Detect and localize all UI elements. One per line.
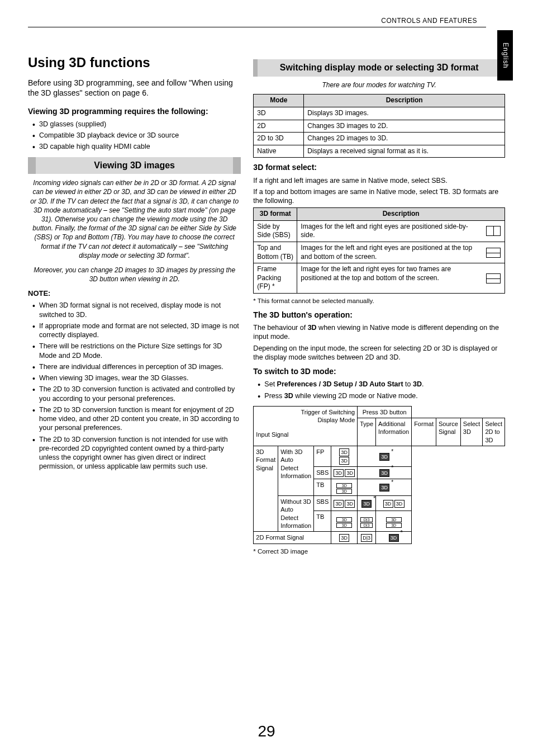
switch-list: Set Preferences / 3D Setup / 3D Auto Sta… bbox=[253, 380, 505, 400]
icon-cell: 3D3D bbox=[331, 446, 358, 467]
threeD-icon: 3D bbox=[389, 534, 399, 542]
list-item: Compatible 3D playback device or 3D sour… bbox=[35, 131, 241, 140]
icon-cell: D|3D|3 bbox=[358, 511, 376, 532]
table-row: 3DDisplays 3D images. bbox=[254, 107, 505, 120]
icon-cell: 3D3D bbox=[376, 511, 412, 532]
threeD-icon: 3D bbox=[345, 500, 355, 508]
icon-cell: 3D* bbox=[358, 496, 376, 511]
icon-cell: D|3 bbox=[358, 532, 376, 544]
modes-table: Mode Description 3DDisplays 3D images. 2… bbox=[253, 94, 505, 158]
threeD-icon: 3D bbox=[336, 517, 352, 522]
table-header: 3D format bbox=[254, 208, 297, 221]
italic-paragraph: Moreover, you can change 2D images to 3D… bbox=[30, 266, 239, 284]
list-item: The 2D to 3D conversion function is not … bbox=[35, 435, 241, 471]
cell: Additional Information bbox=[376, 418, 412, 446]
list-item: The 2D to 3D conversion function is mean… bbox=[35, 405, 241, 433]
threeD-icon: 3D bbox=[361, 500, 372, 508]
press-3d-header: Press 3D button bbox=[358, 406, 412, 418]
switching-table: Trigger of SwitchingDisplay Mode Input S… bbox=[253, 406, 505, 544]
table-header: Mode bbox=[254, 94, 304, 107]
icon-cell: 3D3D bbox=[331, 511, 358, 532]
cell: With 3D Auto Detect Information bbox=[278, 446, 314, 496]
threeD-icon: 3D bbox=[339, 448, 349, 456]
list-item: When viewing 3D images, wear the 3D Glas… bbox=[35, 374, 241, 382]
cell: FP bbox=[314, 446, 331, 467]
list-item: Set Preferences / 3D Setup / 3D Auto Sta… bbox=[260, 380, 505, 389]
table-header: Description bbox=[304, 94, 505, 107]
requirements-heading: Viewing 3D programming requires the foll… bbox=[28, 106, 241, 116]
threeD-icon: 3D bbox=[336, 483, 352, 488]
section-heading-viewing: Viewing 3D images bbox=[28, 157, 241, 174]
cell: TB bbox=[314, 511, 331, 532]
icon-cell: 3D* bbox=[358, 479, 412, 496]
table-row: 2D to 3DChanges 2D images to 3D. bbox=[254, 133, 505, 145]
cell: Source Signal bbox=[436, 418, 460, 446]
icon-cell: 3D3D bbox=[331, 496, 358, 511]
icon-cell: 3D* bbox=[376, 532, 412, 544]
cell: Top and Bottom (TB) bbox=[254, 242, 297, 263]
notes-list: When 3D format signal is not received, d… bbox=[28, 301, 241, 471]
cell: Image for the left and right eyes for tw… bbox=[297, 263, 483, 294]
cell: 2D bbox=[254, 120, 304, 133]
threeD-icon: 3D bbox=[339, 457, 349, 465]
icon-cell: 3D* bbox=[358, 467, 412, 479]
list-item: Press 3D while viewing 2D mode or Native… bbox=[260, 391, 505, 400]
tb-icon bbox=[486, 248, 501, 258]
format-select-heading: 3D format select: bbox=[253, 162, 505, 172]
cell: Frame Packing (FP) * bbox=[254, 263, 297, 294]
threeD-icon: 3D bbox=[379, 453, 389, 461]
icon-cell: 3D3D bbox=[331, 467, 358, 479]
table-row: Top and Bottom (TB) Images for the left … bbox=[254, 242, 505, 263]
d3-icon: D|3 bbox=[360, 517, 373, 522]
cell: 3D bbox=[254, 107, 304, 120]
cell: Without 3D Auto Detect Information bbox=[278, 496, 314, 532]
threeD-icon: 3D bbox=[379, 469, 389, 477]
threeD-icon: 3D bbox=[336, 523, 352, 528]
format-footnote: * This format cannot be selected manuall… bbox=[253, 297, 505, 305]
cell: Format bbox=[412, 418, 436, 446]
cell: Changes 3D images to 2D. bbox=[304, 120, 505, 133]
threeD-icon: 3D bbox=[386, 517, 402, 522]
format-icon-cell bbox=[483, 242, 505, 263]
page-title: Using 3D functions bbox=[28, 54, 241, 71]
format-icon-cell bbox=[483, 263, 505, 294]
d3-icon: D|3 bbox=[361, 534, 372, 542]
list-item: The 2D to 3D conversion function is acti… bbox=[35, 385, 241, 403]
threeD-icon: 3D bbox=[336, 489, 352, 494]
list-item: When 3D format signal is not received, d… bbox=[35, 301, 241, 319]
format-paragraph: If a right and left images are same in N… bbox=[253, 176, 505, 185]
format-table: 3D format Description Side by Side (SBS)… bbox=[253, 207, 505, 294]
threeD-icon: 3D bbox=[394, 500, 404, 508]
paragraph: The behaviour of 3D when viewing in Nati… bbox=[253, 323, 505, 342]
icon-cell: 3D3D bbox=[376, 496, 412, 511]
cell: SBS bbox=[314, 496, 331, 511]
input-signal-label: Input Signal bbox=[256, 431, 355, 438]
switch-heading: To switch to 3D mode: bbox=[253, 366, 505, 376]
threeD-icon: 3D bbox=[383, 500, 393, 508]
correct-footnote: * Correct 3D image bbox=[253, 547, 505, 556]
format-paragraph: If a top and bottom images are same in N… bbox=[253, 187, 505, 206]
cell: Displays a received signal format as it … bbox=[304, 145, 505, 158]
trigger-head: Trigger of SwitchingDisplay Mode bbox=[256, 408, 355, 424]
table-row: Frame Packing (FP) * Image for the left … bbox=[254, 263, 505, 294]
cell: Changes 2D images to 3D. bbox=[304, 133, 505, 145]
list-item: 3D glasses (supplied) bbox=[35, 120, 241, 129]
threeD-icon: 3D bbox=[386, 523, 402, 528]
page-number: 29 bbox=[258, 721, 275, 741]
threeD-icon: 3D bbox=[334, 500, 344, 508]
cell: Side by Side (SBS) bbox=[254, 220, 297, 242]
table-row: 2DChanges 3D images to 2D. bbox=[254, 120, 505, 133]
table-row: Side by Side (SBS) Images for the left a… bbox=[254, 220, 505, 242]
icon-cell: 3D bbox=[331, 532, 358, 544]
cell: Native bbox=[254, 145, 304, 158]
cell: Select 2D to 3D bbox=[483, 418, 505, 446]
icon-cell: 3D* bbox=[358, 446, 412, 467]
threeD-icon: 3D bbox=[339, 534, 349, 542]
requirements-list: 3D glasses (supplied) Compatible 3D play… bbox=[28, 120, 241, 152]
section-heading-switching: Switching display mode or selecting 3D f… bbox=[253, 59, 505, 77]
table-header: Description bbox=[297, 208, 505, 221]
icon-cell: 3D3D bbox=[331, 479, 358, 496]
cell: SBS bbox=[314, 467, 331, 479]
cell: Type bbox=[358, 418, 376, 446]
list-item: If appropriate mode and format are not s… bbox=[35, 322, 241, 340]
